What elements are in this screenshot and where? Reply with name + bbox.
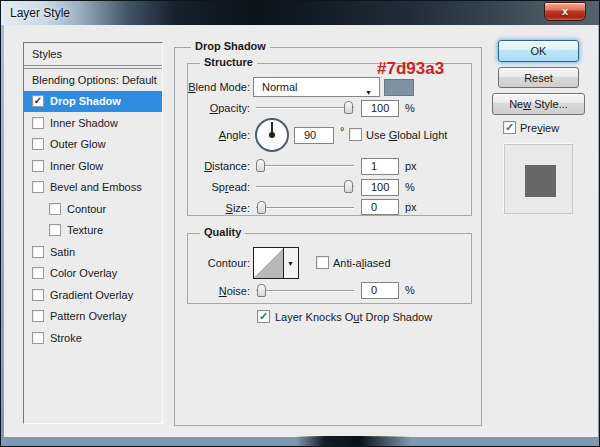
quality-group-title: Quality (200, 226, 245, 238)
opacity-unit: % (405, 102, 415, 114)
opacity-input[interactable]: 100 (361, 100, 399, 117)
distance-slider[interactable] (256, 158, 354, 173)
spread-label: Spread: (188, 181, 250, 193)
size-slider[interactable] (256, 200, 354, 215)
spread-slider[interactable] (256, 179, 354, 194)
reset-button[interactable]: Reset (498, 67, 579, 88)
inner-shadow-checkbox[interactable] (32, 117, 44, 129)
opacity-label: Opacity: (188, 102, 250, 114)
sidebar-item-outer-glow[interactable]: Outer Glow (24, 134, 162, 156)
preview-label: Preview (520, 122, 559, 134)
spread-unit: % (405, 181, 415, 193)
noise-input[interactable]: 0 (361, 282, 399, 299)
sidebar-item-drop-shadow[interactable]: ✓ Drop Shadow (24, 91, 162, 113)
contour-checkbox[interactable] (49, 203, 61, 215)
bevel-emboss-checkbox[interactable] (32, 181, 44, 193)
sidebar-item-blending-options[interactable]: Blending Options: Default (24, 69, 162, 91)
sidebar-item-label: Pattern Overlay (50, 310, 126, 322)
sidebar-item-label: Stroke (50, 332, 82, 344)
preview-checkbox[interactable]: ✓ (503, 121, 516, 134)
spread-slider-track (256, 186, 354, 187)
sidebar-item-label: Inner Shadow (50, 117, 118, 129)
color-hex-annotation: #7d93a3 (377, 59, 444, 79)
distance-slider-track (256, 165, 354, 166)
contour-picker[interactable]: ▼ (253, 247, 299, 279)
sidebar-header: Styles (24, 43, 162, 66)
close-icon[interactable]: x (544, 2, 586, 21)
satin-checkbox[interactable] (32, 246, 44, 258)
style-preview-shape (525, 165, 556, 197)
new-style-button[interactable]: New Style... (492, 93, 585, 115)
gradient-overlay-checkbox[interactable] (32, 289, 44, 301)
sidebar-item-texture[interactable]: Texture (24, 220, 162, 242)
window-title: Layer Style (10, 6, 70, 20)
panel-heading: Drop Shadow (191, 40, 270, 52)
blend-mode-label: Blend Mode: (188, 81, 250, 93)
distance-input[interactable]: 1 (361, 158, 399, 175)
layer-style-dialog: Layer Style x Styles Blending Options: D… (0, 0, 600, 447)
contour-label: Contour: (188, 257, 250, 269)
angle-input[interactable]: 90 (294, 127, 334, 144)
size-slider-track (256, 207, 354, 208)
chevron-down-icon: ▼ (287, 260, 294, 267)
dialog-content: Styles Blending Options: Default ✓ Drop … (4, 25, 598, 437)
sidebar-item-color-overlay[interactable]: Color Overlay (24, 263, 162, 285)
spread-slider-thumb[interactable] (344, 180, 353, 193)
angle-dial[interactable] (255, 118, 289, 152)
pattern-overlay-checkbox[interactable] (32, 310, 44, 322)
sidebar-item-pattern-overlay[interactable]: Pattern Overlay (24, 306, 162, 328)
anti-aliased-checkbox[interactable] (316, 256, 329, 269)
angle-dial-hub (269, 132, 275, 138)
sidebar-item-gradient-overlay[interactable]: Gradient Overlay (24, 284, 162, 306)
window-bottom-glass (296, 436, 411, 446)
noise-slider[interactable] (256, 283, 354, 298)
ok-button[interactable]: OK (498, 40, 579, 62)
use-global-light-checkbox[interactable] (349, 128, 362, 141)
stroke-checkbox[interactable] (32, 332, 44, 344)
size-unit: px (405, 201, 417, 213)
sidebar-item-inner-shadow[interactable]: Inner Shadow (24, 112, 162, 134)
sidebar-item-bevel-and-emboss[interactable]: Bevel and Emboss (24, 177, 162, 199)
outer-glow-checkbox[interactable] (32, 138, 44, 150)
drop-shadow-checkbox[interactable]: ✓ (32, 95, 44, 107)
noise-slider-thumb[interactable] (257, 284, 266, 297)
quality-group: Quality Contour: ▼ Anti-aliased Noise: 0… (187, 233, 472, 304)
distance-label: Distance: (188, 160, 250, 172)
sidebar-item-label: Texture (67, 224, 103, 236)
shadow-color-swatch[interactable] (384, 79, 414, 96)
blend-mode-select[interactable]: Normal ▼ (253, 77, 380, 97)
opacity-slider[interactable] (256, 100, 354, 115)
sidebar-item-label: Blending Options: Default (32, 74, 157, 86)
titlebar[interactable]: Layer Style x (1, 1, 599, 25)
size-slider-thumb[interactable] (257, 201, 266, 214)
contour-thumbnail-icon[interactable] (254, 248, 284, 278)
layer-knocks-out-label: Layer Knocks Out Drop Shadow (275, 311, 432, 323)
sidebar-item-label: Drop Shadow (50, 95, 121, 107)
angle-label: Angle: (188, 129, 250, 141)
sidebar-item-label: Satin (50, 246, 75, 258)
size-input[interactable]: 0 (361, 199, 399, 215)
sidebar-item-stroke[interactable]: Stroke (24, 327, 162, 349)
sidebar-item-label: Contour (67, 203, 106, 215)
contour-dropdown-arrow[interactable]: ▼ (284, 248, 298, 278)
inner-glow-checkbox[interactable] (32, 160, 44, 172)
sidebar-item-contour[interactable]: Contour (24, 198, 162, 220)
opacity-slider-track (256, 107, 354, 108)
sidebar-item-satin[interactable]: Satin (24, 241, 162, 263)
opacity-slider-thumb[interactable] (344, 101, 353, 114)
structure-group: Structure Blend Mode: Normal ▼ Opacity: … (187, 63, 472, 216)
spread-input[interactable]: 100 (361, 179, 399, 196)
angle-unit: ° (340, 125, 344, 137)
layer-knocks-out-checkbox[interactable]: ✓ (257, 310, 270, 323)
structure-group-title: Structure (200, 56, 257, 68)
sidebar-item-label: Outer Glow (50, 138, 106, 150)
style-preview-thumbnail (504, 144, 573, 214)
distance-slider-thumb[interactable] (256, 159, 265, 172)
noise-label: Noise: (188, 285, 250, 297)
color-overlay-checkbox[interactable] (32, 267, 44, 279)
sidebar-item-inner-glow[interactable]: Inner Glow (24, 155, 162, 177)
anti-aliased-label: Anti-aliased (333, 257, 391, 269)
noise-unit: % (405, 284, 415, 296)
texture-checkbox[interactable] (49, 224, 61, 236)
styles-sidebar: Styles Blending Options: Default ✓ Drop … (23, 42, 163, 424)
